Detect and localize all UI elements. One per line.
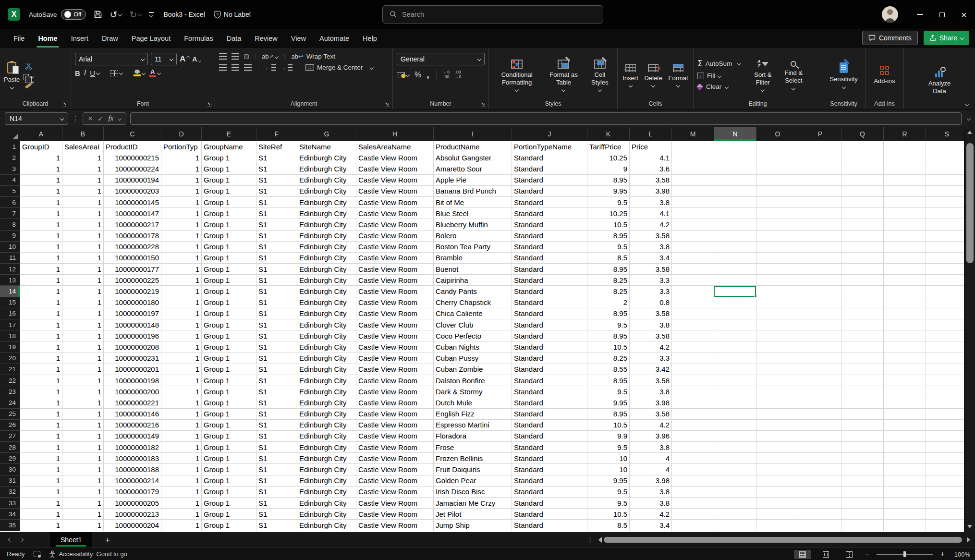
cell-P29[interactable] [799,453,841,464]
redo-button[interactable]: ↻ [129,10,141,19]
cell-H12[interactable]: Castle View Room [356,264,434,275]
cell-M32[interactable] [672,487,714,498]
cell-A24[interactable]: 1 [20,397,62,408]
enter-button[interactable]: ✓ [98,114,104,123]
sheet-tab-sheet1[interactable]: Sheet1 [50,532,92,548]
cell-I3[interactable]: Amaretto Sour [434,163,512,174]
cell-B7[interactable]: 1 [62,208,104,219]
cell-G1[interactable]: SiteName [297,141,356,152]
conditional-formatting-button[interactable]: Conditional Formatting [494,58,540,91]
cell-N32[interactable] [714,487,756,498]
cell-J17[interactable]: Standard [512,319,587,330]
cell-F31[interactable]: S1 [256,475,297,487]
cell-S29[interactable] [926,453,968,464]
cell-H29[interactable]: Castle View Room [356,453,434,464]
cell-L27[interactable]: 3.96 [630,431,672,442]
name-box-splitter[interactable]: ⋮ [72,115,79,122]
cell-M8[interactable] [672,219,714,230]
cell-K12[interactable]: 8.95 [587,264,630,275]
cell-L6[interactable]: 3.8 [630,197,672,208]
cell-O24[interactable] [756,397,799,408]
increase-decimal-button[interactable]: ←0.00 [443,70,450,80]
cell-P23[interactable] [799,386,841,397]
align-left-button[interactable] [219,64,227,71]
cell-H10[interactable]: Castle View Room [356,242,434,253]
cell-S23[interactable] [926,386,968,397]
cell-G16[interactable]: Edinburgh City [297,308,356,319]
cell-J14[interactable]: Standard [512,286,587,297]
cell-P30[interactable] [799,464,841,475]
close-button[interactable]: × [953,0,975,29]
cell-R23[interactable] [884,386,926,397]
tab-file[interactable]: File [7,29,31,48]
cell-B31[interactable]: 1 [62,475,104,487]
cell-M16[interactable] [672,308,714,319]
cell-C14[interactable]: 10000000219 [104,286,161,297]
cell-F13[interactable]: S1 [256,275,297,286]
cell-B2[interactable]: 1 [62,152,104,163]
cell-J19[interactable]: Standard [512,341,587,353]
accounting-format-button[interactable] [397,72,409,77]
cell-H26[interactable]: Castle View Room [356,420,434,431]
cell-P27[interactable] [799,431,841,442]
cell-L18[interactable]: 3.58 [630,330,672,341]
row-header-30[interactable]: 30 [0,464,20,475]
cell-R8[interactable] [884,219,926,230]
cell-Q19[interactable] [841,341,884,353]
cell-P8[interactable] [799,219,841,230]
cell-K8[interactable]: 10.5 [587,219,630,230]
cell-O32[interactable] [756,487,799,498]
cell-Q9[interactable] [841,231,884,242]
cell-Q6[interactable] [841,197,884,208]
cell-D35[interactable]: 1 [161,520,202,531]
cell-N16[interactable] [714,308,756,319]
row-header-17[interactable]: 17 [0,319,20,330]
cell-L1[interactable]: Price [630,141,672,152]
excel-logo[interactable]: X [8,8,20,21]
cell-P14[interactable] [799,286,841,297]
row-header-5[interactable]: 5 [0,186,20,197]
cell-C8[interactable]: 10000000217 [104,219,161,230]
cell-N28[interactable] [714,442,756,453]
paste-button[interactable]: Paste [4,60,20,89]
cell-I1[interactable]: ProductName [434,141,512,152]
autosum-button[interactable]: Σ AutoSum [697,59,741,68]
tab-page-layout[interactable]: Page Layout [125,29,177,48]
cell-P24[interactable] [799,397,841,408]
cell-G8[interactable]: Edinburgh City [297,219,356,230]
cell-I22[interactable]: Dalston Bonfire [434,375,512,386]
cell-styles-button[interactable]: Cell Styles [587,58,612,91]
cell-O34[interactable] [756,509,799,520]
percent-style-button[interactable]: % [414,71,421,79]
cell-A21[interactable]: 1 [20,364,62,375]
cell-E11[interactable]: Group 1 [202,253,256,264]
tab-review[interactable]: Review [248,29,284,48]
cell-M10[interactable] [672,242,714,253]
cell-N2[interactable] [714,152,756,163]
cell-I15[interactable]: Cherry Chapstick [434,297,512,308]
cell-O26[interactable] [756,420,799,431]
cell-F14[interactable]: S1 [256,286,297,297]
cell-E32[interactable]: Group 1 [202,487,256,498]
cell-I6[interactable]: Bit of Me [434,197,512,208]
cell-B9[interactable]: 1 [62,231,104,242]
cell-E29[interactable]: Group 1 [202,453,256,464]
font-dialog-launcher[interactable] [207,102,211,107]
comma-style-button[interactable]: , [427,69,429,80]
cell-H13[interactable]: Castle View Room [356,275,434,286]
cell-H31[interactable]: Castle View Room [356,475,434,487]
cell-N6[interactable] [714,197,756,208]
cell-F27[interactable]: S1 [256,431,297,442]
cell-O13[interactable] [756,275,799,286]
align-center-button[interactable] [232,64,239,71]
cell-E31[interactable]: Group 1 [202,475,256,487]
cell-J33[interactable]: Standard [512,498,587,509]
cell-F33[interactable]: S1 [256,498,297,509]
cell-D10[interactable]: 1 [161,242,202,253]
cell-F20[interactable]: S1 [256,353,297,364]
cell-K26[interactable]: 10.5 [587,420,630,431]
cell-N20[interactable] [714,353,756,364]
cell-O25[interactable] [756,409,799,420]
cell-Q30[interactable] [841,464,884,475]
cell-P35[interactable] [799,520,841,531]
